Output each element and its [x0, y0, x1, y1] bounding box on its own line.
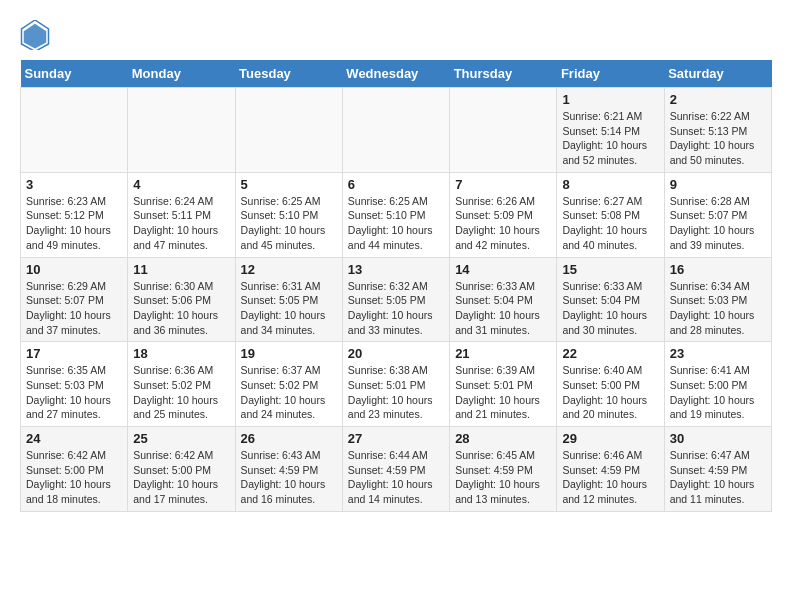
day-number: 18	[133, 346, 229, 361]
day-detail: Sunrise: 6:25 AMSunset: 5:10 PMDaylight:…	[241, 194, 337, 253]
calendar-cell: 23Sunrise: 6:41 AMSunset: 5:00 PMDayligh…	[664, 342, 771, 427]
day-detail: Sunrise: 6:24 AMSunset: 5:11 PMDaylight:…	[133, 194, 229, 253]
weekday-header-thursday: Thursday	[450, 60, 557, 88]
calendar-cell: 17Sunrise: 6:35 AMSunset: 5:03 PMDayligh…	[21, 342, 128, 427]
day-detail: Sunrise: 6:31 AMSunset: 5:05 PMDaylight:…	[241, 279, 337, 338]
calendar-cell	[128, 88, 235, 173]
day-detail: Sunrise: 6:38 AMSunset: 5:01 PMDaylight:…	[348, 363, 444, 422]
day-detail: Sunrise: 6:40 AMSunset: 5:00 PMDaylight:…	[562, 363, 658, 422]
calendar-cell: 28Sunrise: 6:45 AMSunset: 4:59 PMDayligh…	[450, 427, 557, 512]
day-number: 5	[241, 177, 337, 192]
day-detail: Sunrise: 6:32 AMSunset: 5:05 PMDaylight:…	[348, 279, 444, 338]
day-detail: Sunrise: 6:30 AMSunset: 5:06 PMDaylight:…	[133, 279, 229, 338]
calendar-cell: 3Sunrise: 6:23 AMSunset: 5:12 PMDaylight…	[21, 172, 128, 257]
calendar-cell: 6Sunrise: 6:25 AMSunset: 5:10 PMDaylight…	[342, 172, 449, 257]
calendar-cell	[450, 88, 557, 173]
calendar-cell: 16Sunrise: 6:34 AMSunset: 5:03 PMDayligh…	[664, 257, 771, 342]
day-detail: Sunrise: 6:34 AMSunset: 5:03 PMDaylight:…	[670, 279, 766, 338]
weekday-header-saturday: Saturday	[664, 60, 771, 88]
day-detail: Sunrise: 6:42 AMSunset: 5:00 PMDaylight:…	[133, 448, 229, 507]
day-number: 21	[455, 346, 551, 361]
calendar-week-1: 1Sunrise: 6:21 AMSunset: 5:14 PMDaylight…	[21, 88, 772, 173]
day-number: 6	[348, 177, 444, 192]
day-number: 16	[670, 262, 766, 277]
day-number: 23	[670, 346, 766, 361]
calendar-header: SundayMondayTuesdayWednesdayThursdayFrid…	[21, 60, 772, 88]
calendar-week-3: 10Sunrise: 6:29 AMSunset: 5:07 PMDayligh…	[21, 257, 772, 342]
day-number: 10	[26, 262, 122, 277]
day-number: 24	[26, 431, 122, 446]
day-detail: Sunrise: 6:25 AMSunset: 5:10 PMDaylight:…	[348, 194, 444, 253]
logo-icon	[20, 20, 50, 50]
calendar-cell: 20Sunrise: 6:38 AMSunset: 5:01 PMDayligh…	[342, 342, 449, 427]
day-detail: Sunrise: 6:45 AMSunset: 4:59 PMDaylight:…	[455, 448, 551, 507]
calendar-body: 1Sunrise: 6:21 AMSunset: 5:14 PMDaylight…	[21, 88, 772, 512]
calendar-cell: 5Sunrise: 6:25 AMSunset: 5:10 PMDaylight…	[235, 172, 342, 257]
calendar-cell	[21, 88, 128, 173]
day-number: 29	[562, 431, 658, 446]
page-header	[20, 20, 772, 50]
calendar-cell: 12Sunrise: 6:31 AMSunset: 5:05 PMDayligh…	[235, 257, 342, 342]
day-number: 15	[562, 262, 658, 277]
day-detail: Sunrise: 6:22 AMSunset: 5:13 PMDaylight:…	[670, 109, 766, 168]
day-number: 12	[241, 262, 337, 277]
calendar-week-4: 17Sunrise: 6:35 AMSunset: 5:03 PMDayligh…	[21, 342, 772, 427]
weekday-header-monday: Monday	[128, 60, 235, 88]
day-number: 26	[241, 431, 337, 446]
day-number: 8	[562, 177, 658, 192]
calendar-cell: 21Sunrise: 6:39 AMSunset: 5:01 PMDayligh…	[450, 342, 557, 427]
day-number: 20	[348, 346, 444, 361]
svg-marker-0	[24, 24, 47, 49]
day-number: 17	[26, 346, 122, 361]
day-detail: Sunrise: 6:33 AMSunset: 5:04 PMDaylight:…	[455, 279, 551, 338]
day-number: 3	[26, 177, 122, 192]
day-number: 19	[241, 346, 337, 361]
day-detail: Sunrise: 6:28 AMSunset: 5:07 PMDaylight:…	[670, 194, 766, 253]
day-number: 13	[348, 262, 444, 277]
calendar-cell: 30Sunrise: 6:47 AMSunset: 4:59 PMDayligh…	[664, 427, 771, 512]
calendar-cell: 7Sunrise: 6:26 AMSunset: 5:09 PMDaylight…	[450, 172, 557, 257]
day-detail: Sunrise: 6:44 AMSunset: 4:59 PMDaylight:…	[348, 448, 444, 507]
day-detail: Sunrise: 6:36 AMSunset: 5:02 PMDaylight:…	[133, 363, 229, 422]
day-number: 28	[455, 431, 551, 446]
calendar-cell: 26Sunrise: 6:43 AMSunset: 4:59 PMDayligh…	[235, 427, 342, 512]
calendar-cell: 24Sunrise: 6:42 AMSunset: 5:00 PMDayligh…	[21, 427, 128, 512]
day-detail: Sunrise: 6:23 AMSunset: 5:12 PMDaylight:…	[26, 194, 122, 253]
calendar-week-2: 3Sunrise: 6:23 AMSunset: 5:12 PMDaylight…	[21, 172, 772, 257]
day-number: 30	[670, 431, 766, 446]
day-number: 9	[670, 177, 766, 192]
day-detail: Sunrise: 6:39 AMSunset: 5:01 PMDaylight:…	[455, 363, 551, 422]
day-number: 14	[455, 262, 551, 277]
calendar-cell: 25Sunrise: 6:42 AMSunset: 5:00 PMDayligh…	[128, 427, 235, 512]
calendar-cell: 15Sunrise: 6:33 AMSunset: 5:04 PMDayligh…	[557, 257, 664, 342]
calendar-cell: 18Sunrise: 6:36 AMSunset: 5:02 PMDayligh…	[128, 342, 235, 427]
calendar-week-5: 24Sunrise: 6:42 AMSunset: 5:00 PMDayligh…	[21, 427, 772, 512]
calendar-cell: 10Sunrise: 6:29 AMSunset: 5:07 PMDayligh…	[21, 257, 128, 342]
weekday-header-sunday: Sunday	[21, 60, 128, 88]
weekday-header-row: SundayMondayTuesdayWednesdayThursdayFrid…	[21, 60, 772, 88]
day-detail: Sunrise: 6:37 AMSunset: 5:02 PMDaylight:…	[241, 363, 337, 422]
calendar-cell: 29Sunrise: 6:46 AMSunset: 4:59 PMDayligh…	[557, 427, 664, 512]
day-number: 4	[133, 177, 229, 192]
day-number: 7	[455, 177, 551, 192]
weekday-header-tuesday: Tuesday	[235, 60, 342, 88]
calendar-table: SundayMondayTuesdayWednesdayThursdayFrid…	[20, 60, 772, 512]
calendar-cell: 14Sunrise: 6:33 AMSunset: 5:04 PMDayligh…	[450, 257, 557, 342]
calendar-cell: 11Sunrise: 6:30 AMSunset: 5:06 PMDayligh…	[128, 257, 235, 342]
calendar-cell: 9Sunrise: 6:28 AMSunset: 5:07 PMDaylight…	[664, 172, 771, 257]
day-detail: Sunrise: 6:33 AMSunset: 5:04 PMDaylight:…	[562, 279, 658, 338]
weekday-header-friday: Friday	[557, 60, 664, 88]
day-detail: Sunrise: 6:21 AMSunset: 5:14 PMDaylight:…	[562, 109, 658, 168]
weekday-header-wednesday: Wednesday	[342, 60, 449, 88]
day-detail: Sunrise: 6:41 AMSunset: 5:00 PMDaylight:…	[670, 363, 766, 422]
calendar-cell: 27Sunrise: 6:44 AMSunset: 4:59 PMDayligh…	[342, 427, 449, 512]
day-number: 1	[562, 92, 658, 107]
day-detail: Sunrise: 6:26 AMSunset: 5:09 PMDaylight:…	[455, 194, 551, 253]
day-number: 11	[133, 262, 229, 277]
day-detail: Sunrise: 6:46 AMSunset: 4:59 PMDaylight:…	[562, 448, 658, 507]
calendar-cell	[235, 88, 342, 173]
day-number: 27	[348, 431, 444, 446]
calendar-cell: 22Sunrise: 6:40 AMSunset: 5:00 PMDayligh…	[557, 342, 664, 427]
calendar-cell: 2Sunrise: 6:22 AMSunset: 5:13 PMDaylight…	[664, 88, 771, 173]
logo	[20, 20, 54, 50]
